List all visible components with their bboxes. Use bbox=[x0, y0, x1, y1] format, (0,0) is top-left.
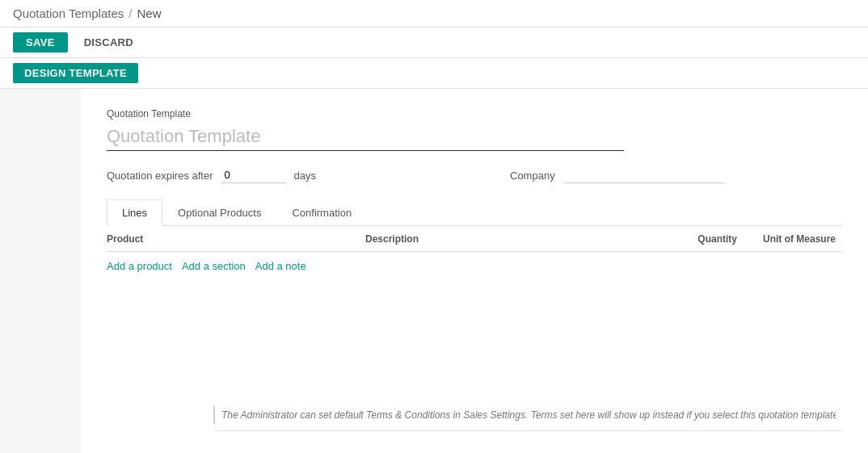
breadcrumb-current: New bbox=[137, 6, 161, 20]
company-label: Company bbox=[510, 170, 555, 182]
discard-button[interactable]: DISCARD bbox=[74, 32, 143, 52]
title-section: Quotation Template bbox=[107, 108, 842, 151]
add-product-link[interactable]: Add a product bbox=[107, 260, 172, 272]
company-input[interactable] bbox=[563, 167, 725, 183]
col-header-quantity: Quantity bbox=[656, 233, 737, 245]
table-header: Product Description Quantity Unit of Mea… bbox=[107, 227, 842, 252]
col-header-description: Description bbox=[365, 233, 656, 245]
terms-input[interactable] bbox=[213, 406, 842, 424]
expires-label: Quotation expires after bbox=[107, 170, 213, 182]
save-button[interactable]: SAVE bbox=[13, 32, 68, 52]
company-group: Company bbox=[510, 167, 725, 183]
breadcrumb-parent[interactable]: Quotation Templates bbox=[13, 6, 124, 20]
expires-group: Quotation expires after days bbox=[107, 167, 316, 183]
form-row-expires-company: Quotation expires after days Company bbox=[107, 167, 842, 183]
breadcrumb-bar: Quotation Templates / New bbox=[0, 0, 868, 27]
design-template-button[interactable]: DESIGN TEMPLATE bbox=[13, 63, 138, 83]
main-content: Quotation Template Quotation expires aft… bbox=[0, 89, 868, 453]
terms-section bbox=[213, 406, 842, 431]
tab-lines[interactable]: Lines bbox=[107, 199, 162, 226]
tabs-bar: Lines Optional Products Confirmation bbox=[107, 199, 842, 226]
expires-unit: days bbox=[294, 170, 316, 182]
col-header-product: Product bbox=[107, 233, 365, 245]
design-bar: DESIGN TEMPLATE bbox=[0, 58, 868, 89]
title-input[interactable] bbox=[107, 123, 624, 151]
terms-divider bbox=[213, 430, 842, 431]
content-wrapper: Quotation Template Quotation expires aft… bbox=[107, 108, 842, 453]
add-note-link[interactable]: Add a note bbox=[255, 260, 306, 272]
tab-confirmation[interactable]: Confirmation bbox=[276, 199, 367, 226]
breadcrumb-separator: / bbox=[129, 6, 132, 20]
col-header-uom: Unit of Measure bbox=[737, 233, 842, 245]
expires-input[interactable] bbox=[221, 167, 286, 183]
add-links-row: Add a product Add a section Add a note bbox=[107, 252, 842, 280]
add-section-link[interactable]: Add a section bbox=[182, 260, 246, 272]
tab-optional-products[interactable]: Optional Products bbox=[162, 199, 276, 226]
action-bar: SAVE DISCARD bbox=[0, 27, 868, 58]
title-label: Quotation Template bbox=[107, 108, 842, 120]
form-card: Quotation Template Quotation expires aft… bbox=[81, 89, 868, 453]
